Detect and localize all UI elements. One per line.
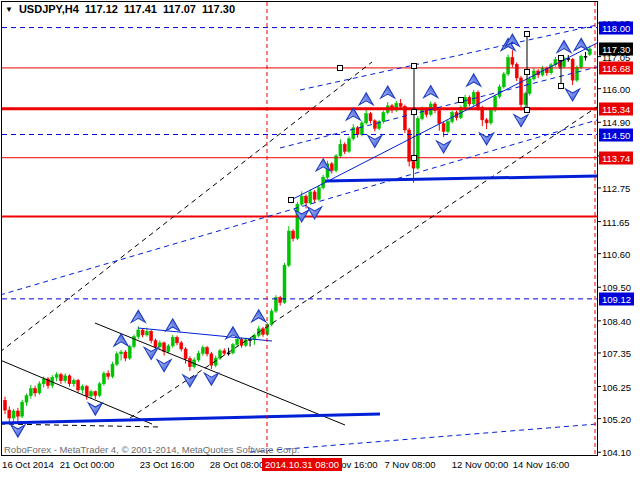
fractal-down-icon <box>204 373 218 385</box>
candle-body <box>85 387 88 396</box>
candle <box>244 338 247 347</box>
candle-body <box>120 352 123 354</box>
candle-body <box>502 74 505 87</box>
candle <box>81 384 84 393</box>
object-handle[interactable] <box>412 64 417 69</box>
trendline[interactable] <box>138 328 272 341</box>
candle <box>416 116 419 170</box>
candle-body <box>8 410 11 418</box>
candle <box>343 142 346 154</box>
candle-body <box>567 59 570 60</box>
candle <box>352 124 355 140</box>
time-tick-label: 14 Nov 16:00 <box>513 459 570 470</box>
price-tick-label: 109.50 <box>602 282 631 293</box>
candle <box>408 128 411 167</box>
candle-body <box>300 196 303 204</box>
object-handle[interactable] <box>412 156 417 161</box>
candle <box>515 62 518 81</box>
fractal-down-icon <box>88 403 102 415</box>
candle-body <box>158 343 161 347</box>
candle-body <box>94 392 97 396</box>
candle-body <box>102 373 105 383</box>
object-handle[interactable] <box>525 70 530 75</box>
fractal-up-icon <box>467 74 481 86</box>
trendline[interactable] <box>250 424 597 452</box>
candle <box>90 390 93 399</box>
candle <box>369 112 372 124</box>
trendline[interactable] <box>95 323 345 425</box>
candle-body <box>468 97 471 104</box>
candle <box>348 136 351 152</box>
candle-body <box>446 122 449 132</box>
trendline[interactable] <box>325 176 597 181</box>
fractal-down-icon <box>157 360 171 372</box>
candle-body <box>137 330 140 337</box>
symbol-dropdown-icon[interactable]: ▼ <box>5 4 13 15</box>
candle-body <box>369 114 372 121</box>
object-handle[interactable] <box>412 110 417 115</box>
price-level-label: 109.12 <box>599 292 634 305</box>
candle <box>322 175 325 190</box>
candle-body <box>68 376 71 384</box>
candle <box>274 295 277 313</box>
candle-body <box>115 354 118 364</box>
candle-body <box>180 343 183 349</box>
candle <box>528 76 531 95</box>
object-handle[interactable] <box>338 66 343 71</box>
candle <box>524 92 527 109</box>
candle-body <box>167 346 170 351</box>
candle-body <box>507 58 510 74</box>
candle-body <box>287 231 290 265</box>
horizontal-levels-layer[interactable] <box>2 28 597 299</box>
fractal-up-icon <box>166 319 180 331</box>
price-level-label: 117.30 <box>599 42 633 55</box>
candle-body <box>12 411 15 418</box>
object-handle[interactable] <box>289 198 294 203</box>
candle-body <box>141 330 144 335</box>
fractal-down-icon <box>368 135 382 147</box>
candle-body <box>21 402 24 416</box>
candle <box>128 345 131 360</box>
candle-body <box>81 387 84 390</box>
trendline[interactable] <box>0 62 372 352</box>
candle <box>59 373 62 384</box>
trendline[interactable] <box>300 25 597 90</box>
plot-layers <box>0 2 597 454</box>
candle <box>210 352 213 369</box>
candle-body <box>305 196 308 203</box>
time-tick-label: 16 Oct 2014 <box>2 459 54 470</box>
candle-body <box>360 123 363 135</box>
object-handle[interactable] <box>459 98 464 103</box>
candle <box>339 139 342 157</box>
price-level-label: 114.50 <box>599 128 633 141</box>
candle <box>124 350 127 361</box>
object-handle[interactable] <box>559 56 564 61</box>
candle-body <box>38 384 41 393</box>
candle <box>21 400 24 418</box>
candle-body <box>77 380 80 389</box>
candle-body <box>90 392 93 396</box>
fractal-up-icon <box>359 93 373 105</box>
candle <box>25 394 28 406</box>
price-tick-label: 106.25 <box>602 381 631 392</box>
candle-body <box>34 389 37 393</box>
candle-body <box>382 113 385 122</box>
quote-low: 117.07 <box>163 3 196 15</box>
candle <box>188 356 191 371</box>
object-handle[interactable] <box>525 108 530 113</box>
object-handle[interactable] <box>559 84 564 89</box>
time-tick-label: 7 Nov 08:00 <box>384 459 435 470</box>
candle <box>141 328 144 337</box>
candle <box>64 373 67 383</box>
candle <box>163 342 166 356</box>
object-handle[interactable] <box>525 32 530 37</box>
candle-body <box>348 139 351 152</box>
trendline[interactable] <box>0 414 380 423</box>
candle <box>77 379 80 393</box>
candle <box>223 348 226 355</box>
trendline[interactable] <box>130 107 597 418</box>
chart-canvas[interactable] <box>0 0 640 480</box>
candle <box>262 327 265 337</box>
candle-body <box>201 348 204 353</box>
candle-body <box>98 384 101 396</box>
